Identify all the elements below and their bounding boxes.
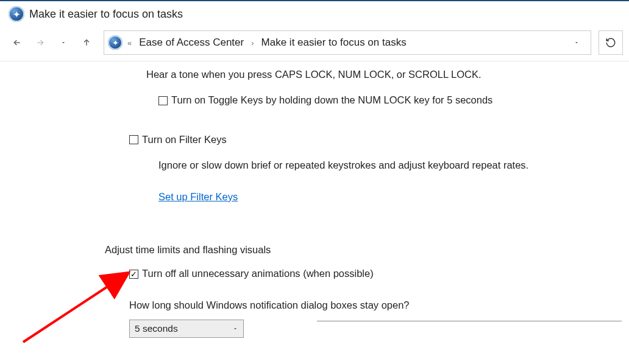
recent-locations-button[interactable] (52, 32, 74, 54)
notification-duration-dropdown[interactable]: 5 seconds (129, 320, 244, 338)
window-title: Make it easier to focus on tasks (29, 8, 183, 21)
turn-off-animations-checkbox[interactable] (129, 270, 138, 279)
breadcrumb-focus-tasks[interactable]: Make it easier to focus on tasks (259, 37, 409, 49)
forward-button[interactable] (29, 32, 51, 54)
up-button[interactable] (76, 32, 98, 54)
refresh-button[interactable] (599, 30, 623, 55)
breadcrumb-sep-icon: « (126, 38, 133, 47)
filter-keys-checkbox[interactable] (129, 135, 138, 144)
address-ease-icon: ✦ (108, 35, 123, 50)
setup-filter-keys-link[interactable]: Set up Filter Keys (158, 191, 238, 202)
back-button[interactable] (6, 32, 28, 54)
address-bar[interactable]: ✦ « Ease of Access Center › Make it easi… (104, 30, 591, 55)
breadcrumb-ease-of-access[interactable]: Ease of Access Center (137, 37, 246, 49)
window-chrome: ✦ Make it easier to focus on tasks ✦ « E… (0, 0, 629, 61)
toggle-keys-numlock-label: Turn on Toggle Keys by holding down the … (171, 93, 492, 107)
section-heading-time-visuals: Adjust time limits and flashing visuals (105, 244, 617, 256)
ease-of-access-icon: ✦ (9, 6, 24, 22)
toggle-keys-numlock-checkbox[interactable] (158, 96, 168, 105)
filter-keys-description: Ignore or slow down brief or repeated ke… (158, 158, 617, 172)
chevron-down-icon (232, 323, 238, 334)
address-history-button[interactable] (566, 31, 587, 54)
notification-duration-question: How long should Windows notification dia… (129, 298, 617, 312)
navigation-bar: ✦ « Ease of Access Center › Make it easi… (0, 30, 629, 61)
filter-keys-label: Turn on Filter Keys (142, 133, 227, 146)
notification-duration-value: 5 seconds (135, 323, 178, 334)
section-divider (317, 321, 622, 321)
chevron-right-icon[interactable]: › (250, 38, 255, 47)
title-bar: ✦ Make it easier to focus on tasks (0, 1, 629, 30)
turn-off-animations-label: Turn off all unnecessary animations (whe… (142, 267, 374, 280)
content-pane: Hear a tone when you press CAPS LOCK, NU… (0, 61, 629, 350)
toggle-keys-description: Hear a tone when you press CAPS LOCK, NU… (146, 68, 617, 81)
